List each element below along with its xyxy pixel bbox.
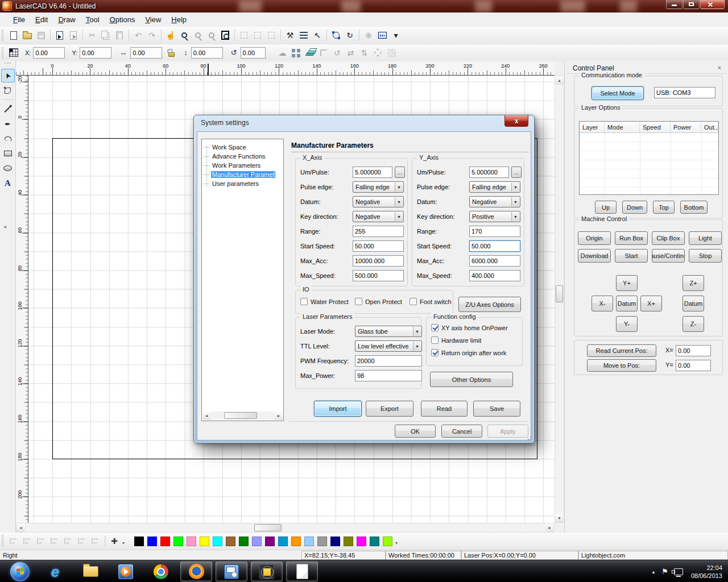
dropdown-icon[interactable]: ▾ xyxy=(122,541,125,546)
color-swatch-10[interactable] xyxy=(265,537,275,546)
max-power-field[interactable] xyxy=(355,370,422,381)
color-swatch-17[interactable] xyxy=(357,537,366,546)
ellipse-tool[interactable] xyxy=(1,161,15,175)
tree-item-manufacturer-paramet[interactable]: Manufacturer Paramet xyxy=(203,170,275,179)
wmp-taskbar-button[interactable] xyxy=(108,560,143,582)
other-options-button[interactable]: Other Options xyxy=(430,372,513,387)
checkbox-box[interactable] xyxy=(300,298,308,305)
machine-stop-button[interactable]: Stop xyxy=(689,249,722,263)
lasercad-taskbar-button[interactable] xyxy=(216,562,247,581)
tree-item-user-parameters[interactable]: User parameters xyxy=(203,179,260,188)
z-jog-datum-button[interactable]: Datum xyxy=(682,296,704,311)
x-datum-dropdown[interactable]: Negative▾ xyxy=(353,196,404,207)
scroll-up-icon[interactable]: ▴ xyxy=(555,76,564,85)
top-button[interactable]: Top xyxy=(653,201,675,214)
pwm-frequency-field[interactable] xyxy=(355,355,422,367)
control-panel-close-button[interactable]: × xyxy=(715,64,723,72)
pen-tool[interactable]: ✒ xyxy=(1,117,15,131)
zoom-page-icon[interactable] xyxy=(219,29,231,41)
column-header-layer[interactable]: Layer xyxy=(580,122,605,132)
import-button[interactable]: Import xyxy=(314,401,362,417)
horizontal-scrollbar[interactable]: ◂ ▸ xyxy=(16,523,555,533)
chrome-taskbar-button[interactable] xyxy=(143,560,179,582)
color-swatch-11[interactable] xyxy=(278,537,288,546)
vertical-scrollbar[interactable]: ▴ ▾ xyxy=(555,76,564,523)
resize-grip[interactable] xyxy=(526,435,532,440)
export-button[interactable]: Export xyxy=(366,401,413,417)
scroll-thumb[interactable] xyxy=(556,285,563,302)
y-range-field[interactable] xyxy=(469,226,520,237)
explorer-taskbar-button[interactable] xyxy=(73,560,108,582)
scroll-down-icon[interactable]: ▾ xyxy=(555,514,564,522)
column-header-out[interactable]: Out... xyxy=(701,122,718,132)
line-tool[interactable] xyxy=(1,102,15,116)
y-um-pulse-field[interactable] xyxy=(469,167,509,178)
color-swatch-13[interactable] xyxy=(304,537,314,546)
read-button[interactable]: Read xyxy=(421,401,468,417)
machine-run-box-button[interactable]: Run Box xyxy=(615,231,648,245)
height-field[interactable] xyxy=(191,47,223,59)
x-um-pulse-more-button[interactable]: ... xyxy=(395,167,405,178)
select-mode-button[interactable]: Select Mode xyxy=(592,86,644,100)
z-jog-z+-button[interactable]: Z+ xyxy=(682,275,704,291)
machine-start-button[interactable]: Start xyxy=(615,249,648,263)
rotate-icon[interactable]: ↻ xyxy=(344,29,356,41)
zu-axes-options-button[interactable]: Z/U Axes Options xyxy=(458,297,521,312)
checkbox-hardware-limit[interactable]: Hardware limit xyxy=(431,336,481,344)
scroll-right-icon[interactable]: ▸ xyxy=(545,523,554,532)
maximize-button[interactable] xyxy=(683,0,700,9)
color-swatch-8[interactable] xyxy=(239,537,249,546)
jog-x+-button[interactable]: X+ xyxy=(640,296,662,311)
y-start-speed-field[interactable] xyxy=(469,240,520,252)
checkbox-return-origin-after-work[interactable]: Return origin after work xyxy=(431,349,506,356)
checkbox-box[interactable] xyxy=(410,298,417,305)
x-start-speed-field[interactable] xyxy=(353,240,404,252)
ttl-level-dropdown[interactable]: Low level effective▾ xyxy=(355,340,422,352)
down-button[interactable]: Down xyxy=(622,201,647,214)
menu-item-view[interactable]: View xyxy=(140,14,166,26)
x-max-acc-field[interactable] xyxy=(353,255,404,267)
start-button[interactable] xyxy=(10,562,30,581)
up-button[interactable]: Up xyxy=(595,201,617,214)
bottom-button[interactable]: Bottom xyxy=(680,201,708,214)
curve-node-icon[interactable] xyxy=(330,29,342,41)
checkbox-open-protect[interactable]: Open Protect xyxy=(355,298,402,305)
simulate-icon[interactable] xyxy=(376,29,388,41)
x-range-field[interactable] xyxy=(353,226,404,237)
y-um-pulse-more-button[interactable]: ... xyxy=(511,167,522,178)
tree-scrollbar[interactable]: ◂ ▸ xyxy=(202,411,283,420)
menu-item-tool[interactable]: Tool xyxy=(81,14,105,26)
color-swatch-9[interactable] xyxy=(252,537,262,546)
color-swatch-1[interactable] xyxy=(147,537,157,546)
checkbox-foot-switch[interactable]: Foot switch xyxy=(410,298,452,305)
cancel-button[interactable]: Cancel xyxy=(441,425,482,438)
machine-origin-button[interactable]: Origin xyxy=(578,231,611,245)
palette-collapse-icon[interactable]: ◂ xyxy=(3,223,6,230)
y-datum-dropdown[interactable]: Negative▾ xyxy=(469,196,520,207)
menu-item-draw[interactable]: Draw xyxy=(53,14,80,26)
ie-taskbar-button[interactable]: e xyxy=(38,560,73,582)
color-swatch-15[interactable] xyxy=(330,537,340,546)
scroll-left-icon[interactable]: ◂ xyxy=(202,411,210,420)
node-edit-tool[interactable] xyxy=(1,84,15,97)
x-pulse-edge-dropdown[interactable]: Falling edge▾ xyxy=(353,181,404,193)
scroll-thumb[interactable] xyxy=(224,412,257,419)
pick-icon[interactable]: ↖ xyxy=(311,29,324,41)
color-swatch-7[interactable] xyxy=(226,537,235,546)
y-pos-field[interactable] xyxy=(676,360,711,371)
tree-item-work-space[interactable]: Work Space xyxy=(203,143,247,152)
laser-mode-dropdown[interactable]: Glass tube▾ xyxy=(355,326,422,337)
palette-more-icon[interactable]: ▾ xyxy=(395,541,398,546)
checkbox-box[interactable] xyxy=(431,324,439,331)
checkbox-box[interactable] xyxy=(355,298,362,305)
move-anchor-icon[interactable]: ✚ xyxy=(108,535,121,547)
z-jog-z-button[interactable]: Z- xyxy=(682,316,704,332)
new-icon[interactable] xyxy=(7,29,20,41)
tree-item-work-parameters[interactable]: Work Parameters xyxy=(203,161,262,170)
y-coordinate-field[interactable] xyxy=(80,47,111,59)
select-tool[interactable]: ➤ xyxy=(1,69,15,82)
scroll-thumb[interactable] xyxy=(254,524,282,531)
checkbox-box[interactable] xyxy=(431,336,439,344)
action-center-flag-icon[interactable]: ⚑ xyxy=(661,567,668,576)
rect-tool[interactable] xyxy=(1,147,15,160)
